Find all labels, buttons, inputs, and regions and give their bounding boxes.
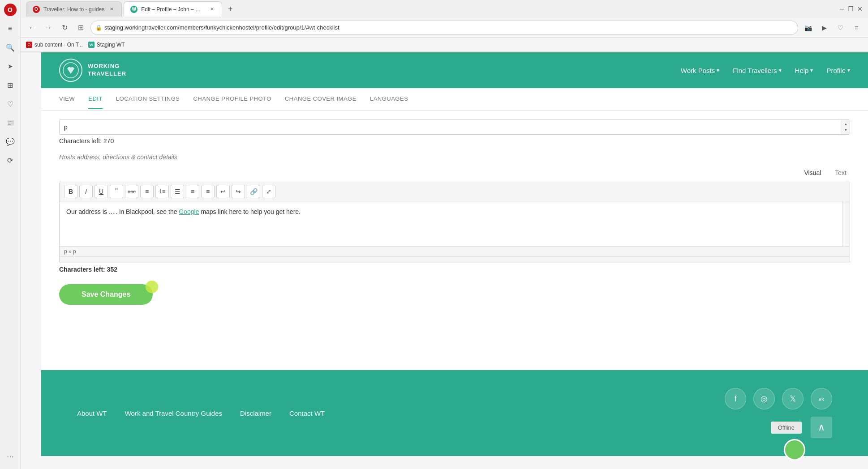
top-text-input[interactable] <box>60 120 842 134</box>
logo-icon <box>59 59 82 82</box>
subnav-change-profile-photo[interactable]: CHANGE PROFILE PHOTO <box>193 89 271 109</box>
search-icon[interactable]: 🔍 <box>2 39 18 55</box>
text-mode-button[interactable]: Text <box>831 167 850 178</box>
instagram-button[interactable]: ◎ <box>753 388 775 409</box>
browser-chrome: O Traveller: How to - guides ✕ W Edit – … <box>21 0 868 52</box>
align-left-btn[interactable]: ☰ <box>171 185 184 198</box>
forward-button[interactable]: → <box>42 21 55 34</box>
nav-work-posts[interactable]: Work Posts ▾ <box>681 67 719 74</box>
nav-profile[interactable]: Profile ▾ <box>826 67 850 74</box>
footer-disclaimer[interactable]: Disclaimer <box>240 409 271 417</box>
opera-logo-icon[interactable]: O <box>4 4 17 16</box>
footer-right: f ◎ 𝕏 vk Offline ∧ <box>725 388 832 438</box>
numbered-list-btn[interactable]: 1≡ <box>155 185 169 198</box>
minimize-button[interactable]: ─ <box>840 5 844 13</box>
browser-titlebar: O Traveller: How to - guides ✕ W Edit – … <box>21 0 868 18</box>
browser-tab-1[interactable]: O Traveller: How to - guides ✕ <box>26 1 122 17</box>
heart-icon[interactable]: ♡ <box>2 96 18 112</box>
save-button-wrapper: Save Changes <box>59 284 153 305</box>
redo-btn[interactable]: ↪ <box>232 185 245 198</box>
undo-btn[interactable]: ↩ <box>216 185 230 198</box>
work-posts-chevron: ▾ <box>717 67 719 73</box>
restore-button[interactable]: ❐ <box>848 5 854 13</box>
fullscreen-btn[interactable]: ⤢ <box>262 185 275 198</box>
bold-btn[interactable]: B <box>64 185 77 198</box>
tab1-label: Traveller: How to - guides <box>43 6 104 13</box>
send-icon[interactable]: ➤ <box>2 58 18 74</box>
nav-find-travellers[interactable]: Find Travellers ▾ <box>733 67 781 74</box>
vk-icon: vk <box>819 396 825 402</box>
settings-icon[interactable]: ≡ <box>2 21 18 37</box>
italic-btn[interactable]: I <box>79 185 93 198</box>
footer-about-wt[interactable]: About WT <box>77 409 107 417</box>
camera-button[interactable]: 📷 <box>802 21 814 34</box>
main-content: ▲ ▼ Characters left: 270 Hosts address, … <box>41 111 868 370</box>
new-tab-button[interactable]: + <box>224 3 236 15</box>
facebook-button[interactable]: f <box>725 388 746 409</box>
back-to-top-button[interactable]: ∧ <box>811 417 832 438</box>
instagram-icon: ◎ <box>761 394 768 404</box>
profile-chevron: ▾ <box>847 67 850 73</box>
cast-button[interactable]: ▶ <box>818 21 830 34</box>
window-controls: ─ ❐ ✕ <box>840 5 863 13</box>
align-right-btn[interactable]: ≡ <box>201 185 215 198</box>
editor-content[interactable]: Our address is ..... in Blackpool, see t… <box>60 201 842 246</box>
bookmark1-label: sub content - On T... <box>34 42 83 48</box>
bookmark-1[interactable]: O sub content - On T... <box>26 42 83 48</box>
top-input-scrollbar[interactable]: ▲ ▼ <box>842 120 850 134</box>
close-button[interactable]: ✕ <box>857 5 863 13</box>
tab2-close[interactable]: ✕ <box>208 6 215 13</box>
vk-button[interactable]: vk <box>811 388 832 409</box>
align-center-btn[interactable]: ≡ <box>186 185 199 198</box>
tab1-close[interactable]: ✕ <box>108 6 115 13</box>
refresh-button[interactable]: ↻ <box>58 21 71 34</box>
news-icon[interactable]: 📰 <box>2 115 18 131</box>
subnav-edit[interactable]: EDIT <box>88 89 103 109</box>
visual-mode-button[interactable]: Visual <box>800 167 825 178</box>
apps-icon[interactable]: ⊞ <box>2 77 18 93</box>
underline-btn[interactable]: U <box>95 185 108 198</box>
browser-actions: 📷 ▶ ♡ ≡ <box>802 21 863 34</box>
subnav-change-cover-image[interactable]: CHANGE COVER IMAGE <box>285 89 357 109</box>
footer-contact-wt[interactable]: Contact WT <box>289 409 325 417</box>
blockquote-btn[interactable]: " <box>110 185 123 198</box>
address-bar[interactable]: 🔒 staging.workingtraveller.com/members/f… <box>90 21 798 35</box>
top-input-wrapper: ▲ ▼ <box>59 119 850 135</box>
back-button[interactable]: ← <box>26 21 39 34</box>
google-link[interactable]: Google <box>179 208 199 215</box>
editor-path: p » p <box>64 248 76 255</box>
menu-button[interactable]: ≡ <box>850 21 863 34</box>
strikethrough-btn[interactable]: abc <box>125 185 138 198</box>
editor-bottom-scrollbar[interactable] <box>60 256 850 263</box>
favorites-button[interactable]: ♡ <box>834 21 847 34</box>
twitter-button[interactable]: 𝕏 <box>782 388 804 409</box>
subnav-location-settings[interactable]: LOCATION SETTINGS <box>116 89 180 109</box>
bookmarks-bar: O sub content - On T... W Staging WT <box>21 38 868 52</box>
editor-scrollbar[interactable] <box>842 201 850 246</box>
footer-links: About WT Work and Travel Country Guides … <box>77 409 325 417</box>
tab2-label: Edit – Profile – John – Wor... <box>141 6 205 13</box>
subnav-view[interactable]: VIEW <box>59 89 75 109</box>
save-changes-button[interactable]: Save Changes <box>59 284 153 305</box>
bookmark2-label: Staging WT <box>97 42 125 48</box>
bookmark-2[interactable]: W Staging WT <box>88 42 125 48</box>
messenger-icon[interactable]: 💬 <box>2 133 18 149</box>
tab-grid-button[interactable]: ⊞ <box>74 21 87 34</box>
facebook-icon: f <box>734 394 736 404</box>
footer-country-guides[interactable]: Work and Travel Country Guides <box>125 409 222 417</box>
site-logo[interactable]: WORKINGTRAVELLER <box>59 59 126 82</box>
address-text: staging.workingtraveller.com/members/fun… <box>104 24 339 31</box>
history-icon[interactable]: ⟳ <box>2 152 18 168</box>
logo-text: WORKINGTRAVELLER <box>88 63 126 78</box>
cursor-indicator <box>146 281 158 293</box>
more-icon[interactable]: ⋯ <box>2 448 18 465</box>
browser-tab-2[interactable]: W Edit – Profile – John – Wor... ✕ <box>124 1 222 17</box>
user-avatar[interactable] <box>784 439 805 460</box>
offline-badge: Offline <box>771 422 802 434</box>
link-btn[interactable]: 🔗 <box>247 185 260 198</box>
site-header: WORKINGTRAVELLER Work Posts ▾ Find Trave… <box>41 52 868 88</box>
page-wrapper: WORKINGTRAVELLER Work Posts ▾ Find Trave… <box>41 52 868 456</box>
bullet-list-btn[interactable]: ≡ <box>140 185 154 198</box>
subnav-languages[interactable]: LANGUAGES <box>370 89 408 109</box>
nav-help[interactable]: Help ▾ <box>795 67 813 74</box>
